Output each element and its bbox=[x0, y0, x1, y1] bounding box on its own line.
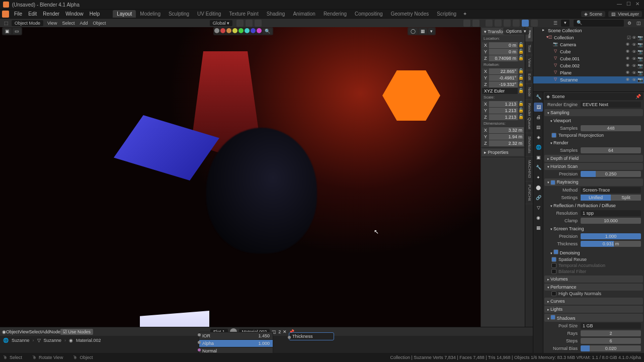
material-icon[interactable]: ◉ bbox=[624, 49, 630, 55]
ptab-object-icon[interactable]: ▣ bbox=[534, 153, 543, 162]
eye-icon[interactable]: 👁 bbox=[632, 35, 636, 40]
tool-select-icon[interactable]: ▭ bbox=[13, 28, 21, 34]
dimension-z[interactable]: 2.32 m bbox=[489, 140, 524, 146]
ptab-material-icon[interactable]: ◉ bbox=[534, 213, 543, 222]
transform-orientation[interactable]: Global ▾ bbox=[210, 20, 233, 26]
st-thickness-field[interactable]: 0.931 m bbox=[581, 241, 641, 247]
viewport-search-icon[interactable]: 🔍 bbox=[263, 28, 272, 34]
proportional-edit-icon[interactable] bbox=[255, 20, 262, 27]
spatial-reuse-checkbox[interactable] bbox=[551, 257, 556, 262]
shading-matprev-icon[interactable] bbox=[513, 20, 520, 27]
shader-menu-add[interactable]: Add bbox=[41, 329, 49, 334]
view-perspective-icon[interactable]: ▦ bbox=[419, 28, 427, 34]
breadcrumb-object[interactable]: Suzanne bbox=[12, 338, 30, 343]
shader-node-output[interactable]: Thickness bbox=[289, 332, 334, 340]
socket-icon[interactable] bbox=[198, 341, 201, 344]
sampling-panel[interactable]: Sampling bbox=[544, 109, 643, 116]
use-nodes-toggle[interactable]: ☑ Use Nodes bbox=[60, 329, 93, 335]
lock-icon[interactable]: 🔓 bbox=[518, 68, 524, 74]
dimension-x[interactable]: 3.32 m bbox=[489, 127, 524, 133]
window-maximize-button[interactable]: ☐ bbox=[625, 1, 632, 8]
workspace-tab-compositing[interactable]: Compositing bbox=[351, 10, 387, 18]
sidebar-tab-punchit[interactable]: PUNCHit bbox=[525, 182, 533, 204]
outliner-collection[interactable]: ▾◫Collection☑👁📷 bbox=[533, 34, 644, 41]
lock-icon[interactable]: 🔓 bbox=[518, 49, 524, 55]
dof-panel[interactable]: Depth of Field bbox=[544, 155, 643, 162]
denoising-sub[interactable]: Denoising bbox=[544, 248, 643, 256]
sidebar-tab-render-queue[interactable]: Render Queue bbox=[525, 100, 533, 133]
ptab-particle-icon[interactable]: ✦ bbox=[534, 173, 543, 182]
workspace-tab-uv-editing[interactable]: UV Editing bbox=[193, 10, 225, 18]
workspace-tab-animation[interactable]: Animation bbox=[289, 10, 319, 18]
editor-type-icon[interactable]: ⬚ bbox=[2, 20, 11, 26]
lock-icon[interactable]: 🔓 bbox=[518, 88, 524, 94]
ptab-world-icon[interactable]: 🌐 bbox=[534, 143, 543, 152]
collection-color-blue[interactable] bbox=[251, 28, 256, 33]
scale-y[interactable]: 1.213 bbox=[489, 108, 518, 114]
render-sampling-sub[interactable]: Render bbox=[544, 139, 643, 146]
eye-icon[interactable]: 👁 bbox=[632, 70, 636, 75]
mode-selector[interactable]: Object Mode bbox=[12, 20, 43, 26]
render-samples-field[interactable]: 64 bbox=[581, 147, 641, 153]
temporal-accum-checkbox[interactable] bbox=[551, 263, 556, 268]
shading-options-icon[interactable] bbox=[531, 20, 538, 27]
ptab-physics-icon[interactable]: ⬤ bbox=[534, 183, 543, 192]
menu-window[interactable]: Window bbox=[62, 11, 87, 17]
location-y[interactable]: 0 m bbox=[489, 49, 518, 55]
render-icon[interactable]: 📷 bbox=[637, 56, 643, 61]
eye-icon[interactable]: 👁 bbox=[632, 77, 636, 82]
lock-icon[interactable]: 🔓 bbox=[518, 81, 524, 87]
scene-selector[interactable]: ◈Scene bbox=[581, 11, 606, 17]
menu-help[interactable]: Help bbox=[87, 11, 103, 17]
reflection-sub[interactable]: Reflection / Refraction / Diffuse bbox=[544, 202, 643, 209]
rotation-x[interactable]: 22.865° bbox=[489, 68, 518, 74]
viewlayer-selector[interactable]: ▤ViewLayer bbox=[608, 11, 642, 17]
workspace-tab-layout[interactable]: Layout bbox=[113, 10, 136, 18]
header-menu-add[interactable]: Add bbox=[77, 20, 90, 26]
overlay-toggle-icon[interactable] bbox=[472, 20, 479, 27]
ptab-viewlayer-icon[interactable]: ▤ bbox=[534, 123, 543, 132]
outliner-item-camera[interactable]: 📷Camera◉👁📷 bbox=[533, 41, 644, 48]
gizmo-toggle-icon[interactable] bbox=[463, 20, 470, 27]
render-icon[interactable]: 📷 bbox=[637, 63, 643, 68]
header-menu-select[interactable]: Select bbox=[60, 20, 76, 26]
render-engine-dropdown[interactable]: EEVEE Next bbox=[581, 102, 641, 108]
view-filter-icon[interactable]: ▾ bbox=[428, 28, 435, 34]
ptab-constraint-icon[interactable]: 🔗 bbox=[534, 193, 543, 202]
temporal-reprojection-checkbox[interactable] bbox=[551, 133, 556, 138]
outliner-item-cube[interactable]: ▽Cube◉👁📷 bbox=[533, 48, 644, 55]
lock-icon[interactable]: 🔓 bbox=[518, 42, 524, 48]
outliner-new-collection-icon[interactable]: ◫ bbox=[635, 20, 642, 27]
collection-color-green[interactable] bbox=[238, 28, 244, 33]
shading-rendered-icon[interactable] bbox=[522, 20, 529, 27]
view-camera-icon[interactable]: ◯ bbox=[409, 28, 418, 34]
outliner-display-mode[interactable]: ▾ bbox=[561, 20, 570, 27]
material-icon[interactable]: ◉ bbox=[624, 70, 630, 76]
viewport-sampling-sub[interactable]: Viewport bbox=[544, 117, 643, 124]
socket-icon[interactable] bbox=[198, 333, 201, 336]
sidebar-tab-tool[interactable]: Tool bbox=[525, 42, 533, 56]
workspace-tab-geometry-nodes[interactable]: Geometry Nodes bbox=[387, 10, 433, 18]
st-precision-field[interactable]: 1.000 bbox=[581, 233, 641, 239]
ptab-data-icon[interactable]: ▽ bbox=[534, 203, 543, 212]
scale-z[interactable]: 1.213 bbox=[489, 114, 518, 120]
rotation-mode[interactable]: XYZ Euler bbox=[482, 88, 518, 94]
hq-normals-checkbox[interactable] bbox=[551, 291, 556, 296]
lock-icon[interactable]: 🔓 bbox=[518, 114, 524, 120]
workspace-tab-shading[interactable]: Shading bbox=[263, 10, 289, 18]
workspace-tab-texture-paint[interactable]: Texture Paint bbox=[225, 10, 262, 18]
material-users-icon[interactable]: 2 bbox=[278, 329, 281, 334]
collection-color-violet[interactable] bbox=[257, 28, 262, 33]
outliner-scene-collection[interactable]: ▸Scene Collection bbox=[533, 27, 644, 34]
scale-x[interactable]: 1.213 bbox=[489, 101, 518, 107]
add-workspace-button[interactable]: + bbox=[460, 11, 469, 17]
header-menu-view[interactable]: View bbox=[45, 20, 59, 26]
eye-icon[interactable]: 👁 bbox=[632, 63, 636, 68]
properties-breadcrumb[interactable]: ◈Scene📌 bbox=[544, 93, 643, 100]
socket-icon[interactable] bbox=[198, 348, 201, 351]
workspace-tab-scripting[interactable]: Scripting bbox=[433, 10, 460, 18]
breadcrumb-material[interactable]: Material.002 bbox=[76, 338, 101, 343]
menu-file[interactable]: File bbox=[11, 11, 25, 17]
render-icon[interactable]: 📷 bbox=[637, 70, 643, 75]
exclude-icon[interactable]: ☑ bbox=[627, 35, 631, 40]
